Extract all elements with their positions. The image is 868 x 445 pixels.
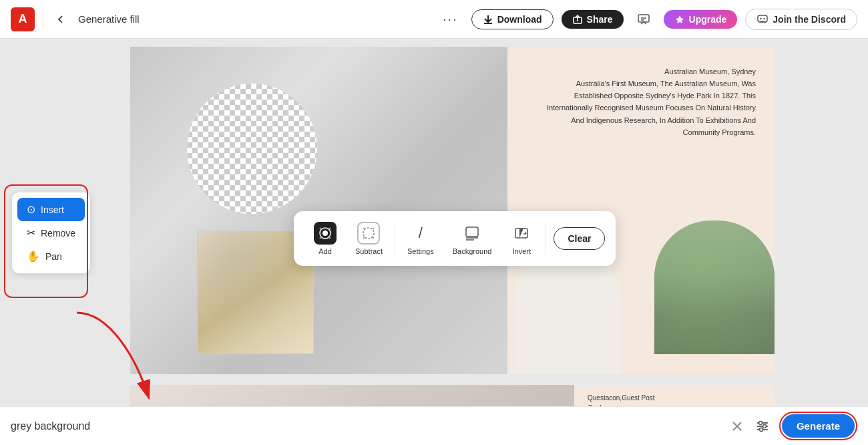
header: A Generative fill ··· Download Share (0, 0, 868, 39)
settings-tool[interactable]: / Settings (398, 218, 443, 259)
arch-shape (514, 247, 621, 374)
tool-divider-1 (395, 222, 395, 255)
add-tool[interactable]: Add (304, 218, 346, 259)
main-area: Australian Museum, Sydney Australia's Fi… (0, 39, 868, 445)
svg-point-20 (373, 228, 375, 230)
insert-button[interactable]: ⊙ Insert (17, 198, 85, 221)
feedback-icon (637, 13, 650, 26)
generate-button[interactable]: Generate (782, 414, 855, 438)
header-divider (43, 10, 43, 29)
close-icon (731, 420, 743, 432)
background-tool[interactable]: Background (443, 218, 501, 259)
background-label: Background (453, 247, 492, 255)
share-button[interactable]: Share (562, 10, 624, 29)
svg-point-14 (320, 228, 322, 230)
plant-overlay (654, 220, 775, 354)
svg-point-35 (763, 424, 766, 428)
svg-point-10 (764, 17, 765, 19)
plant-image (654, 220, 775, 354)
svg-point-34 (758, 421, 762, 424)
upgrade-icon (674, 14, 685, 25)
settings-label: Settings (407, 247, 434, 255)
svg-line-28 (525, 232, 526, 234)
svg-point-22 (373, 237, 375, 239)
adobe-logo: A (11, 7, 35, 31)
app-title: Generative fill (78, 13, 140, 25)
svg-marker-7 (676, 15, 684, 23)
input-bar: Generate (0, 406, 868, 445)
museum-text: Australian Museum, Sydney Australia's Fi… (526, 65, 756, 138)
invert-icon (510, 222, 533, 245)
sliders-icon (755, 419, 770, 434)
generate-button-border: Generate (779, 412, 857, 440)
svg-point-18 (363, 228, 374, 239)
svg-point-36 (759, 428, 763, 431)
download-icon (483, 14, 493, 25)
share-icon (572, 14, 583, 25)
checker-circle (187, 84, 317, 214)
add-icon (314, 222, 337, 245)
input-settings-button[interactable] (752, 416, 773, 436)
feedback-button[interactable] (632, 10, 656, 29)
subtract-label: Subtract (355, 247, 383, 255)
svg-point-15 (329, 228, 331, 230)
pan-icon: ✋ (27, 250, 40, 263)
prompt-input[interactable] (11, 420, 722, 432)
upgrade-button[interactable]: Upgrade (664, 10, 738, 29)
subtract-icon (357, 222, 380, 245)
back-icon (55, 14, 66, 25)
svg-point-21 (363, 237, 365, 239)
remove-button[interactable]: ✂ Remove (17, 221, 85, 245)
insert-icon: ⊙ (27, 203, 35, 216)
pan-button[interactable]: ✋ Pan (17, 245, 85, 268)
input-clear-button[interactable] (728, 418, 746, 435)
discord-icon (756, 13, 769, 25)
download-button[interactable]: Download (471, 9, 554, 29)
canvas-container: Australian Museum, Sydney Australia's Fi… (130, 47, 775, 374)
canvas-left (130, 47, 507, 374)
more-button[interactable]: ··· (437, 9, 463, 29)
background-icon (461, 222, 483, 245)
svg-point-9 (761, 17, 762, 19)
subtract-tool[interactable]: Subtract (346, 218, 392, 259)
invert-tool[interactable]: Invert (501, 218, 542, 259)
discord-button[interactable]: Join the Discord (745, 9, 857, 30)
svg-point-17 (329, 237, 331, 239)
svg-rect-23 (466, 227, 478, 237)
settings-icon: / (409, 222, 432, 245)
remove-icon: ✂ (27, 227, 35, 239)
tool-panel: Add Subtract / Settings (294, 211, 616, 266)
clear-button[interactable]: Clear (554, 227, 605, 250)
add-label: Add (318, 247, 332, 255)
checker-pattern (187, 84, 317, 214)
tool-divider-2 (545, 222, 546, 255)
svg-point-16 (320, 237, 322, 239)
left-toolbar: ⊙ Insert ✂ Remove ✋ Pan (12, 192, 90, 273)
canvas-bg-texture (130, 47, 507, 374)
back-button[interactable] (51, 11, 70, 27)
canvas-right: Australian Museum, Sydney Australia's Fi… (507, 47, 775, 374)
svg-point-13 (322, 231, 328, 236)
svg-point-19 (363, 228, 365, 230)
invert-label: Invert (513, 247, 531, 255)
